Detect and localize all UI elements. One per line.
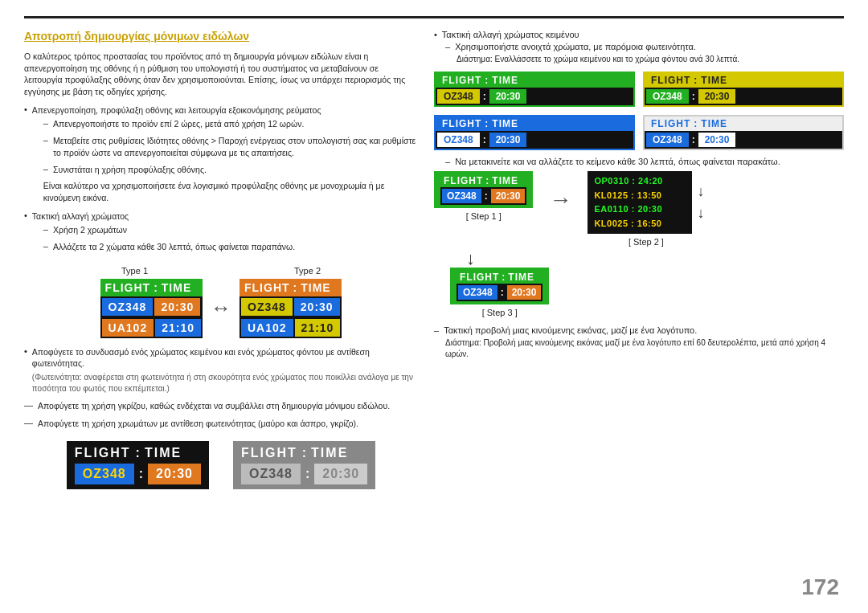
rb4-c2: 20:30 [698, 133, 736, 147]
gray-c1: OZ348 [241, 464, 301, 484]
dash-symbol: – [43, 241, 48, 255]
intro-text: Ο καλύτερος τρόπος προστασίας του προϊόν… [24, 51, 418, 98]
sub-1-2-text: Μεταβείτε στις ρυθμίσεις Ιδιότητες οθόνη… [53, 135, 418, 158]
type1-r2c2: 21:10 [155, 319, 201, 337]
top-divider [24, 16, 844, 18]
step2-to-step3-arrow: ↓ [466, 250, 844, 268]
step1-board: FLIGHT : TIME OZ348 : 20:30 [434, 171, 533, 208]
dark-header: FLIGHT : TIME [75, 446, 201, 460]
step-text: Να μετακινείτε και να αλλάζετε το κείμεν… [455, 157, 780, 166]
rb4-c1: OZ348 [646, 133, 689, 147]
right-bullet-1-text: Τακτική αλλαγή χρώματος κειμένου [442, 30, 579, 39]
step2-label: [ Step 2 ] [628, 237, 664, 247]
type2-r2c2: 21:10 [295, 319, 341, 337]
rb4-h2: TIME [701, 118, 727, 129]
type2-row2: UA102 21:10 [240, 317, 342, 338]
type1-colon: : [154, 281, 158, 294]
rb1-h1: FLIGHT [442, 75, 481, 86]
sub-1-3-text: Συνιστάται η χρήση προφύλαξης οθόνης. [53, 164, 207, 176]
rb4-header: FLIGHT : TIME [645, 116, 842, 131]
right-bullet-sym: • [434, 30, 437, 39]
dash-warning2-text: Αποφύγετε τη χρήση γκρίζου, καθώς ενδέχε… [38, 400, 390, 412]
type1-header: FLIGHT : TIME [100, 279, 203, 296]
dark-row: OZ348 : 20:30 [75, 464, 201, 484]
warning-1b-text: (Φωτεινότητα: αναφέρεται στη φωτεινότητα… [32, 372, 418, 394]
gray-sep: : [304, 464, 311, 484]
bullet-item-1: • Απενεργοποίηση, προφύλαξη οθόνης και λ… [24, 104, 418, 207]
gray-colon: : [302, 446, 306, 460]
step2-arrows: ↓ ↓ [697, 171, 704, 234]
rb1-c2: 20:30 [489, 89, 527, 104]
rb2-h2: TIME [701, 75, 727, 86]
bottom-boards-row: FLIGHT : TIME OZ348 : 20:30 FLIGHT : [24, 441, 418, 489]
dash-w2: — [24, 400, 33, 415]
flight-boards-row: FLIGHT : TIME OZ348 20:30 UA102 21:10 ↔ [24, 279, 418, 338]
rb2-c1: OZ348 [646, 89, 689, 104]
step3-area: FLIGHT : TIME OZ348 : 20:30 [ Step 3 ] [450, 268, 549, 317]
dark-colon: : [136, 446, 140, 460]
dash-symbol: – [43, 135, 48, 161]
arrow-down-step3: ↓ [466, 248, 475, 268]
sub-1-4-text: Είναι καλύτερο να χρησιμοποιήσετε ένα λο… [43, 180, 418, 203]
right-board-4: FLIGHT : TIME OZ348 : 20:30 [643, 115, 844, 150]
step2-line4: KL0025 : 16:50 [594, 217, 686, 231]
step3-header: FLIGHT : TIME [457, 271, 542, 284]
gray-row: OZ348 : 20:30 [241, 464, 367, 484]
dash-w3: — [24, 418, 33, 432]
bottom-board-dark: FLIGHT : TIME OZ348 : 20:30 [67, 441, 209, 489]
step1-header: FLIGHT : TIME [440, 174, 526, 187]
rb3-c1: OZ348 [437, 133, 480, 147]
right-bullet-2: – Τακτική προβολή μιας κινούμενης εικόνα… [434, 325, 844, 335]
sub-2-2-text: Αλλάζετε τα 2 χώματα κάθε 30 λεπτά, όπως… [53, 241, 295, 253]
type1-r2c1: UA102 [102, 319, 154, 337]
type2-r1c2: 20:30 [294, 298, 340, 316]
type1-r1c2: 20:30 [154, 298, 200, 316]
right-board-3: FLIGHT : TIME OZ348 : 20:30 [434, 115, 635, 150]
rb2-h1: FLIGHT [651, 75, 690, 86]
right-bullet-2-text: Τακτική προβολή μιας κινούμενης εικόνας,… [444, 325, 697, 335]
arrow-down-2: ↓ [697, 205, 704, 222]
sub-1-1: – Απενεργοποιήστε το προϊόν επί 2 ώρες, … [43, 118, 418, 133]
gray-c2: 20:30 [314, 464, 367, 484]
step1-col: FLIGHT : TIME OZ348 : 20:30 [ Step 1 ] [434, 171, 533, 221]
rb2-header: FLIGHT : TIME [645, 73, 842, 88]
type-labels: Type 1 Type 2 [24, 266, 418, 276]
type2-label: Type 2 [294, 266, 321, 276]
step-intro: – Να μετακινείτε και να αλλάζετε το κείμ… [445, 157, 844, 166]
rb3-h2: TIME [492, 118, 518, 129]
sub-2-1-text: Χρήση 2 χρωμάτων [53, 224, 127, 236]
dash-symbol: – [43, 224, 48, 239]
step2-line3: EA0110 : 20:30 [594, 202, 686, 217]
right-sub-1-text: Χρησιμοποιήστε ανοιχτά χρώματα, με παρόμ… [455, 42, 696, 51]
dark-h2: TIME [145, 446, 182, 460]
arrow-down-1: ↓ [697, 183, 704, 200]
type1-row2: UA102 21:10 [100, 317, 203, 338]
right-bullet-1: • Τακτική αλλαγή χρώματος κειμένου [434, 30, 844, 39]
step3-c1: OZ348 [458, 285, 497, 300]
gray-h1: FLIGHT [241, 446, 297, 460]
type2-board: FLIGHT : TIME OZ348 20:30 UA102 21:10 [240, 279, 342, 338]
bullet-w1: • [24, 346, 27, 397]
warning-1: • Αποφύγετε το συνδυασμό ενός χρώματος κ… [24, 346, 418, 397]
bottom-board-gray: FLIGHT : TIME OZ348 : 20:30 [233, 441, 375, 489]
type2-header: FLIGHT : TIME [240, 279, 342, 296]
type2-h2: TIME [301, 281, 330, 294]
rb1-h2: TIME [492, 75, 518, 86]
bullet-symbol-2: • [24, 210, 27, 258]
gray-h2: TIME [311, 446, 348, 460]
sub-2-1: – Χρήση 2 χρωμάτων [43, 224, 295, 239]
dark-c1: OZ348 [75, 464, 134, 484]
page-number: 172 [801, 574, 839, 600]
step1-row: OZ348 : 20:30 [440, 187, 526, 205]
sub-1-2: – Μεταβείτε στις ρυθμίσεις Ιδιότητες οθό… [43, 135, 418, 161]
section-title: Αποτροπή δημιουργίας μόνιμων ειδώλων [24, 30, 418, 43]
rb1-row: OZ348 : 20:30 [436, 88, 633, 105]
rb3-c2: 20:30 [489, 133, 527, 147]
dash-warning3: — Αποφύγετε τη χρήση χρωμάτων με αντίθεσ… [24, 418, 418, 432]
type1-board: FLIGHT : TIME OZ348 20:30 UA102 21:10 [100, 279, 203, 338]
type2-h1: FLIGHT [244, 281, 290, 294]
left-column: Αποτροπή δημιουργίας μόνιμων ειδώλων Ο κ… [24, 30, 418, 597]
sub-2-2: – Αλλάζετε τα 2 χώματα κάθε 30 λεπτά, όπ… [43, 241, 295, 255]
sub-1-1-text: Απενεργοποιήστε το προϊόν επί 2 ώρες, με… [53, 118, 304, 130]
right-board-1: FLIGHT : TIME OZ348 : 20:30 [434, 72, 635, 107]
